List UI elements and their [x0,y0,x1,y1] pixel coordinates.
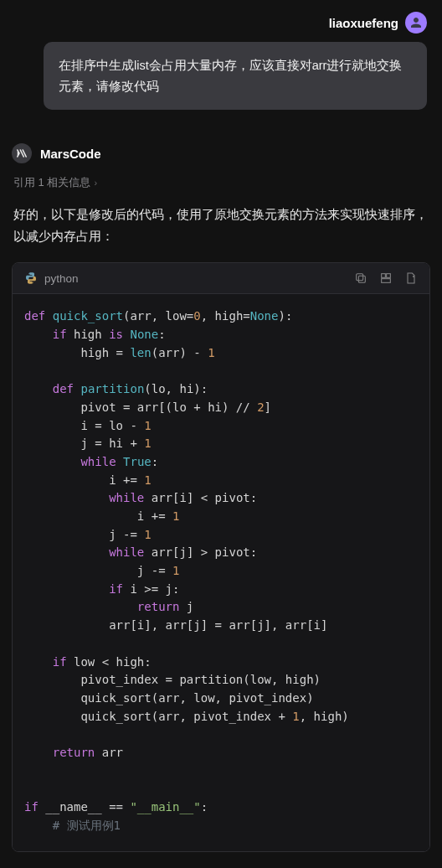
code-language-label: python [44,272,79,285]
user-message-bubble: 在排序中生成list会占用大量内存，应该直接对arr进行就地交换元素，请修改代码 [44,42,427,110]
code-language: python [24,271,79,285]
code-header: python [13,263,429,294]
chevron-right-icon: › [94,178,97,188]
code-block: python def quick_sort(arr, low=0, high=N… [12,262,430,852]
svg-rect-4 [382,279,391,283]
assistant-name: MarsCode [40,147,101,161]
person-icon [409,15,424,30]
user-name: liaoxuefeng [329,16,398,30]
marscode-icon [16,147,28,159]
svg-rect-3 [387,274,391,278]
svg-rect-2 [382,274,386,278]
assistant-reply-text: 好的，以下是修改后的代码，使用了原地交换元素的方法来实现快速排序，以减少内存占用… [13,204,429,247]
citation-text: 引用 1 相关信息 [13,175,90,190]
assistant-header: MarsCode [12,143,432,163]
code-body[interactable]: def quick_sort(arr, low=0, high=None): i… [13,294,429,851]
python-icon [24,271,38,285]
svg-rect-0 [358,276,365,283]
citation-link[interactable]: 引用 1 相关信息 › [13,175,432,190]
code-content: def quick_sort(arr, low=0, high=None): i… [24,307,418,834]
user-header: liaoxuefeng [10,0,432,42]
code-toolbar [354,271,418,285]
svg-rect-1 [357,274,363,281]
insert-icon[interactable] [379,271,393,285]
new-file-icon[interactable] [404,271,418,285]
user-message-text: 在排序中生成list会占用大量内存，应该直接对arr进行就地交换元素，请修改代码 [59,59,402,93]
copy-icon[interactable] [354,271,367,285]
assistant-logo [12,143,32,163]
user-avatar[interactable] [405,12,427,34]
